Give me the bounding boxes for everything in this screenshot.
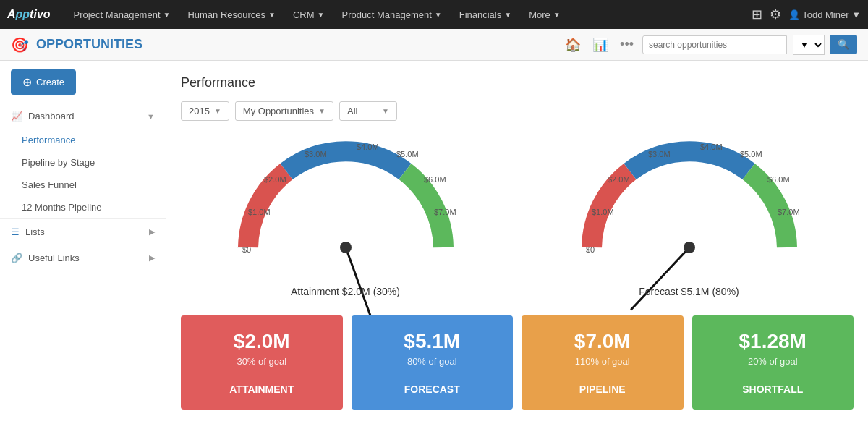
pipeline-percent: 110% of goal — [532, 356, 673, 367]
search-type-select[interactable]: ▼ — [793, 35, 825, 55]
app-logo: Apptivo — [7, 8, 51, 21]
svg-point-10 — [340, 242, 352, 253]
settings-icon[interactable]: ⚙ — [770, 7, 781, 22]
svg-text:$1.0M: $1.0M — [248, 208, 271, 216]
nav-menu: Project Management ▼ Human Resources ▼ C… — [65, 0, 752, 29]
nav-financials[interactable]: Financials ▼ — [451, 0, 520, 29]
user-menu[interactable]: 👤 Todd Miner ▼ — [788, 9, 861, 20]
svg-text:$2.0M: $2.0M — [264, 175, 286, 184]
pipeline-amount: $7.0M — [532, 330, 673, 353]
forecast-percent: 80% of goal — [362, 356, 503, 367]
sidebar: ⊕ Create 📈 Dashboard ▼ Performance Pipel… — [0, 61, 166, 437]
nav-right: ⊞ ⚙ 👤 Todd Miner ▼ — [752, 7, 861, 22]
attainment-label: Attainment $2.0M (30%) — [291, 286, 400, 297]
attainment-gauge-svg: $0 $1.0M $2.0M $3.0M $4.0M $5.0M $6.0M $… — [234, 135, 458, 280]
scope-arrow: ▼ — [318, 107, 326, 115]
svg-text:$5.0M: $5.0M — [396, 150, 419, 158]
year-value: 2015 — [189, 106, 210, 116]
forecast-gauge-svg: $0 $1.0M $2.0M $3.0M $4.0M $5.0M $6.0M $… — [577, 135, 801, 280]
sub-header-actions: 🏠 📊 ••• ▼ 🔍 — [562, 34, 857, 56]
forecast-amount: $5.1M — [362, 330, 503, 353]
svg-point-20 — [684, 242, 695, 253]
search-input[interactable] — [642, 35, 787, 54]
useful-links-icon: 🔗 — [11, 253, 22, 263]
type-filter[interactable]: All ▼ — [339, 101, 397, 121]
svg-text:$7.0M: $7.0M — [778, 208, 800, 216]
svg-text:$4.0M: $4.0M — [700, 143, 723, 151]
sidebar-section-useful-links: 🔗 Useful Links ▶ — [0, 245, 166, 271]
card-attainment: $2.0M 30% of goal ATTAINMENT — [181, 315, 343, 410]
chart-icon[interactable]: 📊 — [590, 34, 611, 56]
type-arrow: ▼ — [382, 107, 389, 115]
app-title: OPPORTUNITIES — [36, 37, 142, 52]
card-forecast: $5.1M 80% of goal FORECAST — [352, 315, 514, 410]
svg-line-19 — [631, 243, 689, 315]
lists-icon: ☰ — [11, 226, 20, 237]
create-label: Create — [36, 77, 64, 88]
gauges-container: $0 $1.0M $2.0M $3.0M $4.0M $5.0M $6.0M $… — [181, 135, 854, 297]
dashboard-label: Dashboard — [28, 111, 147, 122]
nav-product-management[interactable]: Product Management ▼ — [333, 0, 451, 29]
svg-text:$6.0M: $6.0M — [767, 175, 790, 184]
attainment-card-label: ATTAINMENT — [192, 376, 332, 395]
main-content: Performance 2015 ▼ My Opportunities ▼ Al… — [166, 61, 868, 437]
svg-text:$3.0M: $3.0M — [305, 150, 327, 158]
card-shortfall: $1.28M 20% of goal SHORTFALL — [692, 315, 854, 410]
nav-crm[interactable]: CRM ▼ — [284, 0, 333, 29]
home-icon[interactable]: 🏠 — [562, 34, 584, 56]
sidebar-item-pipeline[interactable]: Pipeline by Stage — [0, 151, 166, 174]
sub-header: 🎯 OPPORTUNITIES 🏠 📊 ••• ▼ 🔍 — [0, 29, 868, 61]
useful-links-section-header[interactable]: 🔗 Useful Links ▶ — [0, 245, 166, 271]
attainment-percent: 30% of goal — [192, 356, 332, 367]
svg-text:$6.0M: $6.0M — [424, 175, 446, 184]
sidebar-item-performance[interactable]: Performance — [0, 129, 166, 151]
shortfall-percent: 20% of goal — [703, 356, 843, 367]
attainment-amount: $2.0M — [192, 330, 332, 353]
year-filter[interactable]: 2015 ▼ — [181, 101, 229, 121]
summary-cards: $2.0M 30% of goal ATTAINMENT $5.1M 80% o… — [181, 315, 854, 410]
sidebar-section-dashboard: 📈 Dashboard ▼ Performance Pipeline by St… — [0, 103, 166, 219]
shortfall-amount: $1.28M — [703, 330, 843, 353]
nav-more[interactable]: More ▼ — [520, 0, 569, 29]
dashboard-section-header[interactable]: 📈 Dashboard ▼ — [0, 103, 166, 129]
more-icon[interactable]: ••• — [617, 34, 637, 55]
svg-text:$4.0M: $4.0M — [357, 143, 379, 151]
sidebar-section-lists: ☰ Lists ▶ — [0, 219, 166, 245]
svg-text:$0: $0 — [586, 245, 595, 254]
create-button[interactable]: ⊕ Create — [11, 69, 76, 95]
lists-chevron: ▶ — [149, 227, 155, 237]
svg-text:$2.0M: $2.0M — [608, 175, 630, 184]
search-button[interactable]: 🔍 — [830, 35, 857, 54]
scope-filter[interactable]: My Opportunities ▼ — [235, 101, 333, 121]
top-navigation: Apptivo Project Management ▼ Human Resou… — [0, 0, 868, 29]
sidebar-item-sales-funnel[interactable]: Sales Funnel — [0, 174, 166, 196]
apps-icon[interactable]: ⊞ — [752, 7, 762, 22]
svg-text:$7.0M: $7.0M — [434, 208, 456, 216]
svg-text:$1.0M: $1.0M — [592, 208, 614, 216]
svg-text:$0: $0 — [242, 245, 251, 254]
sidebar-item-12months[interactable]: 12 Months Pipeline — [0, 196, 166, 218]
forecast-card-label: FORECAST — [362, 376, 503, 395]
nav-project-management[interactable]: Project Management ▼ — [65, 0, 179, 29]
page-title: Performance — [181, 75, 854, 90]
filter-bar: 2015 ▼ My Opportunities ▼ All ▼ — [181, 101, 854, 121]
year-arrow: ▼ — [214, 107, 221, 115]
type-value: All — [347, 106, 357, 116]
useful-links-chevron: ▶ — [149, 253, 155, 263]
lists-label: Lists — [25, 226, 149, 237]
nav-human-resources[interactable]: Human Resources ▼ — [179, 0, 284, 29]
forecast-label: Forecast $5.1M (80%) — [639, 286, 739, 297]
dashboard-chevron: ▼ — [147, 112, 155, 121]
svg-text:$5.0M: $5.0M — [740, 150, 762, 158]
pipeline-card-label: PIPELINE — [532, 376, 673, 395]
gauge-attainment: $0 $1.0M $2.0M $3.0M $4.0M $5.0M $6.0M $… — [181, 135, 510, 297]
useful-links-label: Useful Links — [28, 253, 149, 263]
dashboard-icon: 📈 — [11, 111, 22, 122]
card-pipeline: $7.0M 110% of goal PIPELINE — [522, 315, 684, 410]
main-layout: ⊕ Create 📈 Dashboard ▼ Performance Pipel… — [0, 61, 868, 437]
svg-text:$3.0M: $3.0M — [648, 150, 671, 158]
plus-icon: ⊕ — [22, 75, 32, 89]
shortfall-card-label: SHORTFALL — [703, 376, 843, 395]
gauge-forecast: $0 $1.0M $2.0M $3.0M $4.0M $5.0M $6.0M $… — [524, 135, 854, 297]
lists-section-header[interactable]: ☰ Lists ▶ — [0, 219, 166, 245]
